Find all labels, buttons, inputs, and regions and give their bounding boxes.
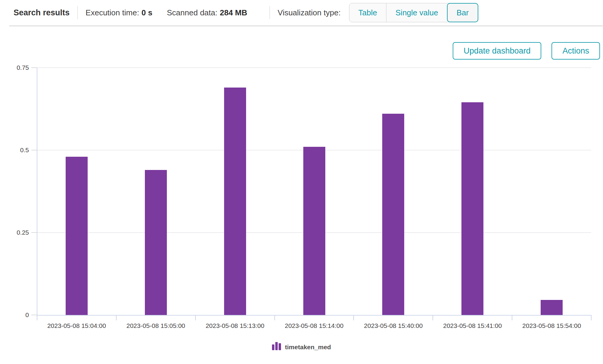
viz-button-table[interactable]: Table	[349, 3, 386, 22]
bar[interactable]	[66, 157, 88, 315]
bar[interactable]	[145, 170, 167, 315]
bar[interactable]	[382, 114, 404, 315]
x-tick-mark	[591, 315, 592, 320]
scanned-data-stat: Scanned data:284 MB	[167, 8, 247, 17]
header-divider-vertical	[270, 6, 270, 19]
x-tick-mark	[433, 315, 433, 320]
results-header: Search results Execution time:0 s Scanne…	[0, 0, 603, 25]
legend-label: timetaken_med	[285, 344, 331, 351]
x-tick-label: 2023-05-08 15:40:00	[354, 322, 433, 329]
y-tick-label: 0.75	[0, 64, 29, 72]
x-tick-label: 2023-05-08 15:14:00	[275, 322, 354, 329]
visualization-type-label: Visualization type:	[278, 8, 341, 17]
bar[interactable]	[303, 147, 325, 315]
scanned-data-label: Scanned data:	[167, 8, 217, 17]
y-tick-mark	[31, 67, 37, 68]
viz-button-group: TableSingle valueBar	[349, 3, 478, 22]
viz-button-single-value[interactable]: Single value	[386, 3, 447, 22]
viz-button-bar[interactable]: Bar	[447, 3, 478, 22]
bar[interactable]	[461, 102, 483, 315]
page-title: Search results	[14, 8, 70, 17]
y-tick-mark	[31, 150, 37, 150]
x-tick-mark	[274, 315, 275, 320]
scanned-data-value: 284 MB	[220, 8, 247, 17]
bar-chart-icon	[272, 342, 281, 350]
x-tick-label: 2023-05-08 15:05:00	[116, 322, 195, 329]
bar[interactable]	[541, 300, 563, 315]
x-tick-label: 2023-05-08 15:41:00	[433, 322, 512, 329]
gridline	[37, 67, 591, 68]
chart-legend[interactable]: timetaken_med	[0, 342, 603, 350]
execution-time-stat: Execution time:0 s	[86, 8, 152, 17]
y-tick-label: 0.25	[0, 229, 29, 236]
x-tick-mark	[37, 315, 37, 320]
x-axis-line	[37, 315, 591, 316]
execution-time-label: Execution time:	[86, 8, 139, 17]
x-tick-label: 2023-05-08 15:04:00	[37, 322, 116, 329]
bar[interactable]	[224, 88, 246, 315]
update-dashboard-button[interactable]: Update dashboard	[453, 42, 541, 60]
actions-button[interactable]: Actions	[551, 42, 600, 60]
header-divider-vertical	[77, 6, 78, 19]
toolbar: Update dashboard Actions	[0, 26, 603, 60]
y-tick-mark	[31, 315, 37, 315]
y-axis-line	[37, 68, 37, 320]
bar-chart: timetaken_med 00.250.50.752023-05-08 15:…	[0, 60, 603, 357]
x-tick-mark	[353, 315, 354, 320]
y-tick-label: 0.5	[0, 146, 29, 154]
x-tick-label: 2023-05-08 15:54:00	[512, 322, 591, 329]
y-tick-label: 0	[0, 311, 29, 319]
x-tick-mark	[195, 315, 196, 320]
y-tick-mark	[31, 232, 37, 233]
execution-time-value: 0 s	[142, 8, 152, 17]
x-tick-mark	[116, 315, 117, 320]
x-tick-mark	[512, 315, 512, 320]
x-tick-label: 2023-05-08 15:13:00	[195, 322, 275, 329]
